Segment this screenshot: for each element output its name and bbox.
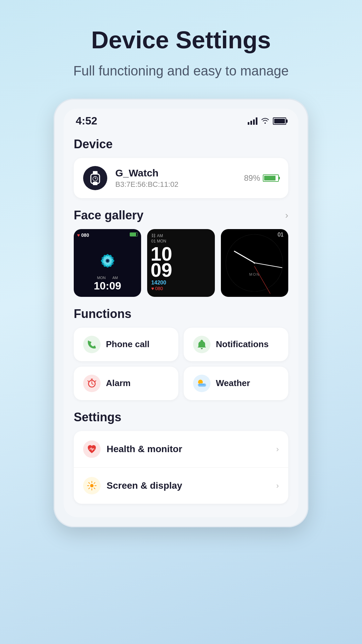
- phone-screen: 4:52: [64, 109, 298, 517]
- screen-display-arrow: ›: [276, 481, 279, 490]
- device-section-header: Device: [74, 137, 288, 151]
- wf2-top: ⛓ AM: [151, 233, 163, 238]
- function-weather[interactable]: Weather: [184, 367, 288, 400]
- watch-face-floral[interactable]: ♥ 080: [74, 229, 141, 297]
- device-icon-wrap: [83, 166, 107, 190]
- weather-label: Weather: [216, 378, 250, 388]
- device-battery: 89%: [244, 173, 279, 183]
- device-info: G_Watch B3:7E:56:BC:11:02: [115, 167, 244, 189]
- watch-icon: [88, 169, 102, 187]
- function-alarm[interactable]: Alarm: [74, 367, 178, 400]
- face-gallery-label: Face gallery: [74, 208, 143, 222]
- screen-display-label: Screen & display: [107, 480, 270, 491]
- weather-icon: [193, 375, 210, 392]
- screen-content: Device G_Watch B3:7E:56:BC:11:02: [64, 130, 298, 517]
- health-monitor-label: Health & monitor: [107, 444, 270, 454]
- wf3-center: [254, 262, 255, 264]
- function-notifications[interactable]: Notifications: [184, 328, 288, 361]
- wf2-heart: ♥ 080: [151, 286, 166, 291]
- svg-line-31: [89, 488, 90, 489]
- status-icons: [248, 116, 286, 126]
- wf2-stats: 14200 ♥ 080: [151, 280, 166, 291]
- wf1-time: MONAM 10:09: [74, 276, 141, 292]
- wifi-icon: [261, 116, 269, 126]
- wf2-bigmin: 09: [150, 260, 172, 280]
- device-name: G_Watch: [115, 167, 244, 179]
- phone-call-label: Phone call: [106, 339, 149, 350]
- watch-face-digital[interactable]: ⛓ AM 01 MON 10 09 14200 ♥ 080: [147, 229, 215, 297]
- signal-icon: [248, 117, 257, 125]
- face-gallery-arrow[interactable]: ›: [285, 210, 288, 221]
- wf1-heart-val: 080: [81, 232, 89, 238]
- settings-section-header: Settings: [74, 410, 288, 424]
- svg-point-19: [107, 260, 109, 262]
- wf1-heart-icon: ♥: [77, 232, 80, 238]
- status-bar: 4:52: [64, 109, 298, 130]
- phone-frame: 4:52: [54, 99, 308, 527]
- notifications-label: Notifications: [216, 339, 268, 350]
- settings-card: Health & monitor ›: [74, 431, 288, 504]
- device-id: B3:7E:56:BC:11:02: [115, 180, 244, 189]
- device-card[interactable]: G_Watch B3:7E:56:BC:11:02 89%: [74, 158, 288, 198]
- watch-faces: ♥ 080: [74, 229, 288, 297]
- phone-call-icon: [83, 336, 101, 353]
- wf2-steps: 14200: [151, 280, 166, 286]
- functions-section-header: Functions: [74, 307, 288, 321]
- functions-grid: Phone call Notifications: [74, 328, 288, 400]
- health-monitor-arrow: ›: [276, 444, 279, 454]
- svg-rect-2: [93, 182, 98, 185]
- wf1-flower: [94, 247, 121, 274]
- function-phone-call[interactable]: Phone call: [74, 328, 178, 361]
- device-battery-indicator: [263, 174, 279, 182]
- watch-face-analog[interactable]: 01 MON: [221, 229, 288, 297]
- page-subtitle: Full functioning and easy to manage: [73, 63, 289, 78]
- notifications-icon: [193, 336, 210, 353]
- svg-point-23: [90, 484, 94, 487]
- wf3-num: 01: [278, 232, 284, 238]
- page-title: Device Settings: [91, 27, 271, 53]
- settings-screen-display[interactable]: Screen & display ›: [74, 467, 288, 504]
- svg-line-29: [94, 488, 95, 489]
- svg-line-30: [94, 482, 95, 483]
- svg-rect-21: [91, 379, 93, 380]
- device-battery-pct: 89%: [244, 173, 260, 183]
- alarm-icon: [83, 375, 101, 392]
- health-monitor-icon: [83, 440, 101, 458]
- settings-health-monitor[interactable]: Health & monitor ›: [74, 431, 288, 467]
- face-gallery-header: Face gallery ›: [74, 208, 288, 222]
- status-time: 4:52: [76, 115, 97, 127]
- svg-rect-1: [93, 171, 98, 174]
- screen-display-icon: [83, 477, 101, 494]
- battery-icon: [273, 117, 286, 125]
- alarm-label: Alarm: [106, 378, 131, 388]
- wf1-battery: [130, 232, 138, 236]
- wf1-top: ♥ 080: [77, 232, 89, 238]
- wf2-heartval: 080: [155, 286, 163, 291]
- svg-line-28: [89, 482, 90, 483]
